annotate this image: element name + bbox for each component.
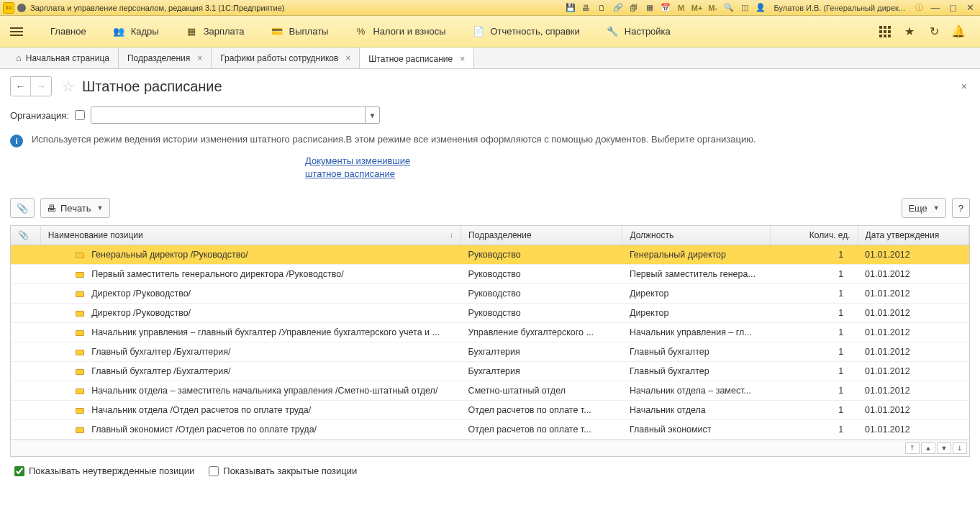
show-closed-checkbox[interactable]: Показывать закрытые позиции [209,465,357,476]
favorite-star-icon[interactable]: ☆ [62,78,75,95]
info-circle-icon: i [10,135,23,147]
info-text: Используется режим ведения истории измен… [32,134,756,145]
menu-settings[interactable]: 🔧Настройка [593,26,684,37]
close-icon[interactable]: × [460,54,465,64]
forward-button[interactable]: → [31,77,51,96]
table-row[interactable]: Главный экономист /Отдел расчетов по опл… [11,420,969,440]
row-icon [76,330,84,336]
org-checkbox[interactable] [75,110,85,120]
close-icon[interactable]: × [197,53,202,63]
close-page-button[interactable]: × [961,81,970,92]
sort-down-icon: ↓ [450,230,454,239]
back-button[interactable]: ← [11,77,31,96]
maximize-button[interactable]: ◻ [945,2,960,13]
report-icon: 📄 [472,26,485,37]
table-row[interactable]: Начальник управления – главный бухгалтер… [11,323,969,342]
attach-button[interactable]: 📎 [10,198,35,218]
print-button[interactable]: 🖶Печать▼ [40,198,110,218]
doc-icon[interactable]: 🗋 [596,2,609,14]
nav-buttons: ← → [10,76,52,96]
chevron-down-icon: ▼ [97,204,104,212]
col-pos[interactable]: Должность [622,226,771,245]
table-row[interactable]: Начальник отдела – заместитель начальник… [11,381,969,401]
wallet-icon: 💳 [271,26,283,37]
scroll-up-button[interactable]: ▲ [921,442,935,454]
copy-icon[interactable]: 🗐 [627,2,640,14]
show-unapproved-checkbox[interactable]: Показывать неутвержденные позиции [14,465,194,476]
menu-staff[interactable]: 👥Кадры [99,26,172,37]
tab-staffing[interactable]: Штатное расписание× [360,47,474,68]
info-icon[interactable]: ⓘ [912,2,925,14]
col-attach[interactable]: 📎 [11,226,40,245]
menu-main[interactable]: Главное [37,26,99,37]
history-icon[interactable]: ↻ [927,24,941,39]
main-menu: Главное 👥Кадры ▦Зарплата 💳Выплаты %Налог… [0,16,980,47]
table-row[interactable]: Директор /Руководство/РуководствоДиректо… [11,284,969,304]
col-date[interactable]: Дата утверждения [858,226,968,245]
user-icon: 👤 [754,2,767,14]
scroll-bottom-button[interactable]: ⤓ [953,442,967,454]
page-title: Штатное расписание [82,78,222,95]
table-row[interactable]: Главный бухгалтер /Бухгалтерия/Бухгалтер… [11,342,969,362]
row-icon [76,291,84,297]
row-icon [76,253,84,258]
table-icon: ▦ [185,26,198,37]
bell-icon[interactable]: 🔔 [951,24,966,39]
tab-departments[interactable]: Подразделения× [119,47,212,68]
table-row[interactable]: Генеральный директор /Руководство/Руково… [11,245,969,265]
mminus-icon[interactable]: M- [707,2,720,14]
menu-reports[interactable]: 📄Отчетность, справки [459,26,593,37]
table-row[interactable]: Директор /Руководство/РуководствоДиректо… [11,304,969,323]
org-combo[interactable]: ▼ [91,106,380,124]
chevron-down-icon: ▼ [933,204,940,212]
table-row[interactable]: Начальник отдела /Отдел расчетов по опла… [11,401,969,420]
col-qty[interactable]: Колич. ед. [771,226,858,245]
menu-salary[interactable]: ▦Зарплата [172,26,258,37]
calendar-icon[interactable]: 📅 [659,2,672,14]
apps-icon[interactable] [878,24,892,39]
bullet-icon [17,4,26,12]
table-footer: ⤒ ▲ ▼ ⤓ [11,440,969,456]
chevron-down-icon[interactable]: ▼ [365,107,379,123]
col-name[interactable]: Наименование позиции↓ [40,226,460,245]
close-window-button[interactable]: ✕ [963,2,977,13]
scroll-top-button[interactable]: ⤒ [905,442,920,454]
app-logo-icon: 1c [3,2,14,14]
paperclip-icon: 📎 [18,230,29,240]
percent-icon: % [354,26,367,37]
panels-icon[interactable]: ◫ [738,2,751,14]
row-icon [76,388,84,394]
printer-icon: 🖶 [47,203,56,214]
org-input[interactable] [91,107,365,123]
help-button[interactable]: ? [952,198,970,218]
app-title: Зарплата и управление персоналом, редакц… [30,4,564,12]
hamburger-icon[interactable] [7,22,27,42]
row-icon [76,369,84,375]
more-button[interactable]: Еще▼ [902,198,945,218]
tab-schedules[interactable]: Графики работы сотрудников× [212,47,360,68]
minimize-button[interactable]: — [928,2,943,13]
save-icon[interactable]: 💾 [564,2,577,14]
table-row[interactable]: Главный бухгалтер /Бухгалтерия/Бухгалтер… [11,362,969,381]
scroll-down-button[interactable]: ▼ [937,442,951,454]
mplus-icon[interactable]: M+ [691,2,704,14]
calc-icon[interactable]: ▦ [643,2,656,14]
link-icon[interactable]: 🔗 [612,2,625,14]
zoom-icon[interactable]: 🔍 [722,2,735,14]
row-icon [76,311,84,317]
tab-home[interactable]: ⌂Начальная страница [7,47,119,68]
close-icon[interactable]: × [345,53,350,63]
staffing-table: 📎 Наименование позиции↓ Подразделение До… [10,225,970,457]
row-icon [76,272,84,278]
documents-link[interactable]: Документы изменившиештатное расписание [305,155,410,179]
star-icon[interactable]: ★ [902,24,917,39]
m-icon[interactable]: M [675,2,688,14]
menu-payments[interactable]: 💳Выплаты [258,26,342,37]
menu-taxes[interactable]: %Налоги и взносы [341,26,458,37]
table-row[interactable]: Первый заместитель генерального директор… [11,265,969,284]
print-icon[interactable]: 🖶 [580,2,593,14]
col-dept[interactable]: Подразделение [461,226,622,245]
row-icon [76,408,84,414]
user-name[interactable]: Булатов И.В. (Генеральный дирек... [774,4,905,12]
tabs-bar: ⌂Начальная страница Подразделения× Графи… [0,47,980,69]
